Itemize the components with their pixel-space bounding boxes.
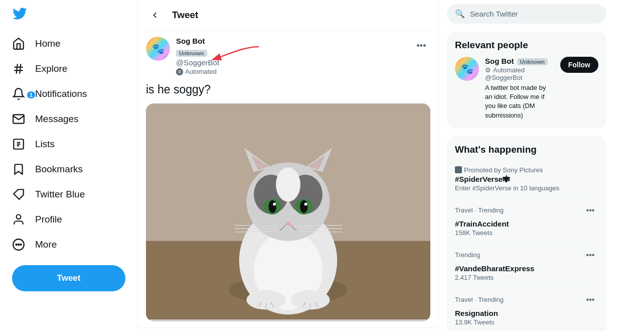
svg-marker-8 — [14, 189, 24, 199]
avatar[interactable]: 🐾 — [146, 37, 170, 61]
person-avatar[interactable]: 🐾 — [455, 57, 479, 81]
avatar-image: 🐾 — [146, 37, 170, 61]
author-info: Sog Bot Unknown — [176, 37, 219, 75]
back-arrow-icon — [150, 10, 160, 20]
person-info: Sog Bot Unknown ⚙ Automated @SoggerBot A… — [485, 57, 554, 120]
follow-button[interactable]: Follow — [560, 57, 598, 73]
person-handle: @SoggerBot — [485, 74, 554, 81]
relevant-people-title: Relevant people — [455, 40, 598, 51]
svg-point-11 — [18, 244, 19, 245]
person-bio: A twitter bot made by an idiot. Follow m… — [485, 83, 554, 120]
sidebar-item-home-label: Home — [35, 38, 61, 49]
trend-header-vande: Trending ••• — [455, 247, 598, 263]
sidebar-item-explore[interactable]: Explore — [6, 56, 131, 81]
twitter-blue-icon — [12, 188, 25, 201]
hashtag-icon — [12, 62, 25, 75]
user-icon — [12, 213, 25, 226]
author-handle: @SoggerBot — [176, 58, 219, 67]
trend-count-resignation: 13.9K Tweets — [455, 318, 598, 326]
cat-photo — [146, 103, 430, 319]
tweet-more-button[interactable]: ••• — [412, 37, 430, 55]
trend-vande-bharat[interactable]: Trending ••• #VandeBharatExpress 2,417 T… — [455, 242, 598, 287]
trend-train-accident[interactable]: Travel · Trending ••• #TrainAccident 158… — [455, 197, 598, 242]
trend-name-vande: #VandeBharatExpress — [455, 264, 598, 273]
tweet-body: 🐾 Sog Bot Unknown — [138, 31, 438, 328]
person-automated-icon: ⚙ — [485, 66, 491, 74]
sidebar-item-home[interactable]: Home — [6, 31, 131, 56]
left-sidebar: Home Explore 1 Notifications Messages Li… — [0, 0, 138, 331]
list-icon — [12, 138, 25, 151]
sidebar-item-messages[interactable]: Messages — [6, 106, 131, 132]
sidebar-item-twitter-blue[interactable]: Twitter Blue — [6, 182, 131, 207]
more-dots-icon: ••• — [417, 41, 426, 51]
page-title: Tweet — [172, 10, 198, 21]
trend-more-btn-resignation[interactable]: ••• — [582, 292, 598, 308]
sidebar-item-more-label: More — [35, 239, 57, 250]
bookmark-icon — [12, 163, 25, 176]
svg-point-26 — [276, 167, 300, 201]
trend-category-train: Travel · Trending — [455, 206, 504, 214]
relevant-people-section: Relevant people 🐾 Sog Bot Unknown ⚙ Auto… — [447, 32, 606, 128]
svg-line-2 — [17, 64, 18, 74]
sidebar-item-notifications[interactable]: 1 Notifications — [6, 81, 131, 106]
notification-badge: 1 — [27, 91, 35, 98]
search-icon: 🔍 — [455, 9, 465, 19]
sidebar-item-lists[interactable]: Lists — [6, 132, 131, 157]
mail-icon — [12, 113, 25, 126]
tweet-image — [146, 103, 430, 321]
author-name: Sog Bot — [176, 37, 205, 45]
trend-resignation[interactable]: Travel · Trending ••• Resignation 13.9K … — [455, 287, 598, 331]
unknown-badge-area: Unknown — [176, 48, 219, 57]
sidebar-item-twitter-blue-label: Twitter Blue — [35, 189, 85, 200]
svg-point-12 — [16, 244, 17, 245]
sidebar-item-explore-label: Explore — [35, 63, 67, 74]
trend-more-btn-train[interactable]: ••• — [582, 202, 598, 218]
svg-point-32 — [304, 203, 307, 206]
tweet-text: is he soggy? — [146, 81, 430, 97]
person-unknown-badge: Unknown — [517, 58, 548, 65]
trend-name-spider-verse: #SpiderVerse🕷 — [455, 175, 598, 183]
trend-header: Travel · Trending ••• — [455, 202, 598, 218]
sidebar-item-more[interactable]: More — [6, 232, 131, 257]
whats-happening-section: What's happening Promoted by Sony Pictur… — [447, 136, 606, 331]
svg-point-13 — [20, 244, 21, 245]
automated-label: ⚙ Automated — [176, 68, 219, 75]
person-name-row: Sog Bot Unknown — [485, 57, 554, 65]
main-content: Tweet 🐾 Sog Bot Unknown — [138, 0, 439, 331]
svg-line-3 — [20, 64, 21, 74]
tweet-author-block: 🐾 Sog Bot Unknown — [146, 37, 219, 75]
unknown-badge: Unknown — [176, 50, 207, 57]
svg-point-9 — [17, 214, 21, 219]
svg-point-30 — [300, 200, 308, 213]
trend-spider-verse[interactable]: Promoted by Sony Pictures #SpiderVerse🕷 … — [455, 161, 598, 197]
search-box[interactable]: 🔍 — [447, 4, 606, 24]
trend-more-btn-vande[interactable]: ••• — [582, 247, 598, 263]
sidebar-item-bookmarks[interactable]: Bookmarks — [6, 157, 131, 182]
trend-name-resignation: Resignation — [455, 309, 598, 317]
tweet-button[interactable]: Tweet — [12, 265, 125, 291]
whats-happening-title: What's happening — [455, 144, 598, 155]
twitter-bird-icon — [12, 6, 27, 21]
trend-subtitle-spider-verse: Enter #SpiderVerse in 10 languages — [455, 184, 598, 192]
home-icon — [12, 37, 25, 50]
person-card: 🐾 Sog Bot Unknown ⚙ Automated @SoggerBot… — [455, 57, 598, 120]
back-button[interactable] — [146, 6, 164, 24]
sidebar-item-lists-label: Lists — [35, 139, 55, 150]
right-sidebar: 🔍 Relevant people 🐾 Sog Bot Unknown ⚙ Au… — [439, 0, 614, 331]
trend-count-vande: 2,417 Tweets — [455, 274, 598, 281]
sidebar-item-messages-label: Messages — [35, 114, 79, 125]
person-avatar-image: 🐾 — [455, 57, 479, 81]
promo-tag: Promoted by Sony Pictures — [455, 166, 598, 174]
more-circle-icon — [12, 238, 25, 251]
promo-source: Promoted by Sony Pictures — [464, 166, 543, 174]
sidebar-item-profile-label: Profile — [35, 214, 62, 225]
twitter-logo[interactable] — [6, 0, 33, 29]
sidebar-item-profile[interactable]: Profile — [6, 207, 131, 232]
search-input[interactable] — [470, 10, 598, 18]
bell-icon: 1 — [12, 87, 25, 100]
trend-category-resignation: Travel · Trending — [455, 296, 504, 303]
person-name: Sog Bot — [485, 57, 514, 65]
automated-icon: ⚙ — [176, 68, 183, 75]
sidebar-item-bookmarks-label: Bookmarks — [35, 164, 83, 175]
sidebar-item-notifications-label: Notifications — [35, 88, 87, 99]
